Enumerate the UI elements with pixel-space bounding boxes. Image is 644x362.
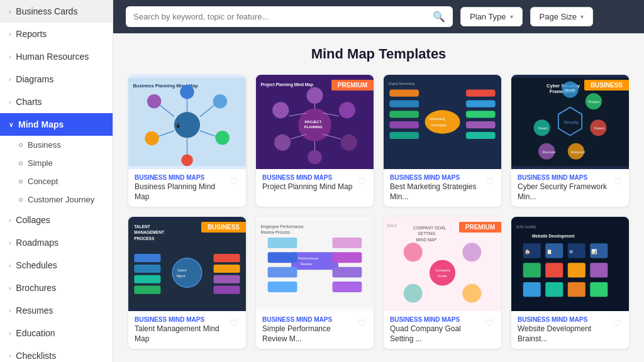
svg-rect-41: [466, 121, 496, 128]
svg-text:SETTING: SETTING: [418, 231, 435, 236]
sidebar-item-brochures[interactable]: › Brochures: [0, 277, 113, 299]
card-info: Business Mind Maps Simple Performance Re…: [256, 311, 374, 349]
plan-type-label: Plan Type: [470, 12, 506, 21]
chevron-right-icon: ›: [9, 53, 11, 60]
header: 🔍 Plan Type ▾ Page Size ▾: [113, 0, 644, 33]
svg-point-103: [404, 284, 423, 303]
card-title: Simple Performance Review M...: [262, 324, 356, 344]
sidebar-item-collages[interactable]: › Collages: [0, 209, 113, 231]
sidebar-item-checklists[interactable]: › Checklists: [0, 344, 113, 362]
svg-rect-45: [389, 111, 419, 118]
svg-point-69: [172, 258, 202, 288]
sidebar-item-reports[interactable]: › Reports: [0, 23, 113, 45]
favorite-button[interactable]: ♡: [484, 317, 495, 329]
card-category: Business Mind Maps: [518, 316, 611, 323]
svg-text:📊: 📊: [591, 249, 597, 255]
svg-point-35: [425, 110, 460, 133]
template-card-7[interactable]: PREMIUM COMPANY GOAL SETTING MIND MAP Co…: [384, 217, 501, 349]
sidebar-item-charts[interactable]: › Charts: [0, 90, 113, 113]
favorite-button[interactable]: ♡: [484, 175, 495, 187]
sidebar-item-education[interactable]: › Education: [0, 322, 113, 344]
template-card-3[interactable]: Digital Marketing Marketing Strategies B…: [384, 75, 501, 207]
favorite-button[interactable]: ♡: [228, 317, 240, 329]
card-thumbnail: Employee Performance Review Process Perf…: [256, 217, 374, 311]
template-card-2[interactable]: PREMIUM Project Planning Mind Map PROJEC…: [256, 75, 374, 207]
page-size-button[interactable]: Page Size ▾: [530, 7, 593, 26]
template-card-1[interactable]: Business Planning Mind Map 📱 Business Mi…: [128, 75, 246, 207]
svg-text:Protect: Protect: [588, 100, 599, 104]
card-info: Business Mind Maps Project Planning Mind…: [256, 169, 374, 197]
svg-text:Employee Performance: Employee Performance: [260, 224, 304, 229]
svg-text:Review Process: Review Process: [260, 231, 291, 235]
sidebar-item-resumes[interactable]: › Resumes: [0, 299, 113, 322]
sidebar-sub-item-simple[interactable]: Simple: [0, 154, 113, 172]
sidebar: › Business Cards › Reports › Human Resou…: [0, 0, 113, 362]
sidebar-sub-item-customer-journey[interactable]: Customer Journey: [0, 190, 113, 209]
svg-text:⚙: ⚙: [569, 249, 573, 255]
svg-text:Recover: Recover: [543, 150, 556, 154]
svg-text:Performance: Performance: [298, 256, 318, 260]
sidebar-item-diagrams[interactable]: › Diagrams: [0, 68, 113, 90]
favorite-button[interactable]: ♡: [356, 317, 367, 329]
template-grid: Business Planning Mind Map 📱 Business Mi…: [128, 75, 629, 349]
sidebar-item-human-resources[interactable]: › Human Resources: [0, 45, 113, 68]
sidebar-item-schedules[interactable]: › Schedules: [0, 254, 113, 277]
sidebar-sub-item-business[interactable]: Business: [0, 136, 113, 154]
svg-rect-91: [268, 252, 297, 263]
card-text: Business Mind Maps Simple Performance Re…: [262, 316, 356, 344]
search-input[interactable]: [133, 12, 428, 21]
sidebar-item-label: Human Resources: [16, 52, 89, 62]
sidebar-item-mind-maps[interactable]: ∨ Mind Maps: [0, 113, 113, 136]
sidebar-item-label: Roadmaps: [16, 238, 58, 248]
sidebar-item-label: Business Cards: [16, 6, 77, 16]
svg-point-102: [462, 243, 481, 262]
sidebar-item-label: Resumes: [16, 305, 53, 315]
favorite-button[interactable]: ♡: [228, 175, 240, 187]
svg-rect-40: [466, 111, 496, 118]
template-card-8[interactable]: SITE GUIDE Website Development 🏠 📋 ⚙ 📊 B…: [511, 217, 629, 349]
sidebar-item-business-cards[interactable]: › Business Cards: [0, 0, 113, 23]
svg-text:📱: 📱: [175, 123, 181, 128]
chevron-right-icon: ›: [9, 239, 11, 246]
favorite-button[interactable]: ♡: [611, 175, 623, 187]
svg-text:PLANNING: PLANNING: [304, 125, 323, 129]
card-title: Best Marketing Strategies Min...: [390, 182, 484, 202]
card-category: Business Mind Maps: [390, 174, 484, 181]
svg-point-26: [272, 102, 289, 118]
card-title: Cyber Security Framework Min...: [518, 182, 611, 202]
sidebar-sub-item-concept[interactable]: Concept: [0, 172, 113, 190]
search-bar[interactable]: 🔍: [126, 6, 453, 27]
dot-icon: [19, 180, 23, 184]
badge-label: BUSINESS: [584, 80, 629, 90]
chevron-right-icon: ›: [9, 285, 11, 292]
svg-rect-77: [214, 265, 240, 273]
plan-type-button[interactable]: Plan Type ▾: [460, 7, 523, 26]
card-thumbnail: Digital Marketing Marketing Strategies: [384, 75, 501, 169]
favorite-button[interactable]: ♡: [611, 317, 623, 329]
favorite-button[interactable]: ♡: [356, 175, 367, 187]
svg-rect-75: [134, 286, 160, 294]
template-card-5[interactable]: BUSINESS TALENT MANAGEMENT PROCESS Talen…: [128, 217, 246, 349]
svg-rect-72: [134, 254, 160, 262]
sidebar-item-roadmaps[interactable]: › Roadmaps: [0, 231, 113, 254]
svg-text:Strategies: Strategies: [431, 123, 447, 127]
svg-rect-76: [214, 254, 240, 262]
dot-icon: [19, 162, 23, 165]
svg-text:Digital Marketing: Digital Marketing: [388, 82, 414, 85]
template-card-6[interactable]: Employee Performance Review Process Perf…: [256, 217, 374, 349]
svg-text:COMPANY GOAL: COMPANY GOAL: [413, 226, 447, 230]
sidebar-item-label: Diagrams: [16, 74, 53, 84]
card-text: Business Mind Maps Project Planning Mind…: [262, 174, 352, 192]
sidebar-item-label: Mind Maps: [18, 119, 64, 129]
svg-point-7: [213, 94, 227, 108]
chevron-right-icon: ›: [9, 31, 11, 38]
chevron-right-icon: ›: [9, 76, 11, 83]
card-thumbnail: Business Planning Mind Map 📱: [128, 75, 246, 169]
svg-text:React: React: [538, 126, 548, 130]
chevron-right-icon: ›: [9, 330, 11, 337]
chevron-right-icon: ›: [9, 99, 11, 106]
template-card-4[interactable]: BUSINESS Cyber Security Framework Securi…: [511, 75, 629, 207]
card-info: Business Mind Maps Cyber Security Framew…: [511, 169, 629, 207]
sidebar-sub-label: Simple: [28, 158, 53, 168]
card-category: Business Mind Maps: [135, 174, 228, 181]
